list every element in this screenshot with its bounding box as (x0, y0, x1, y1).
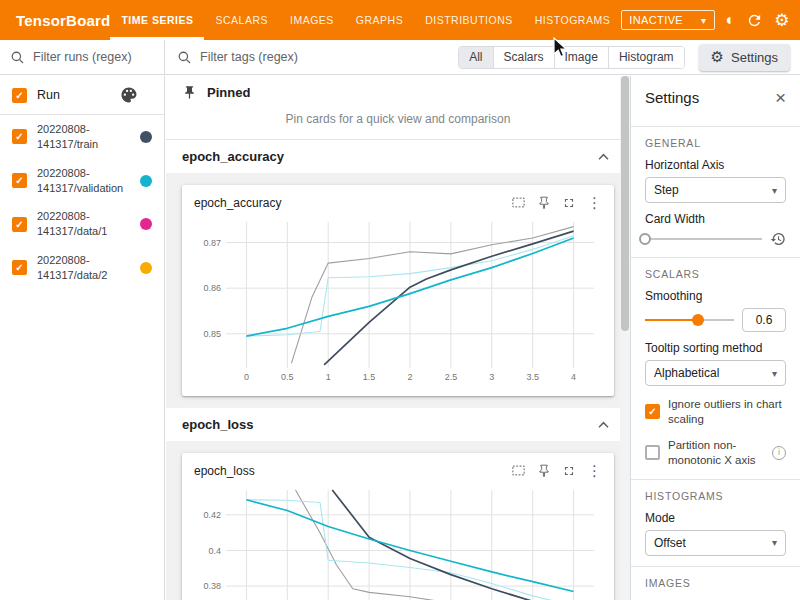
svg-text:2: 2 (407, 372, 412, 382)
svg-text:1.5: 1.5 (363, 372, 376, 382)
gear-icon[interactable]: ⚙ (774, 12, 789, 29)
svg-text:0.38: 0.38 (203, 581, 221, 591)
run-list-header: Run (0, 76, 164, 114)
settings-panel-header: Settings × (645, 76, 786, 116)
run-checkbox[interactable] (12, 260, 27, 275)
pin-icon (182, 85, 197, 100)
pin-icon[interactable] (537, 464, 551, 478)
chevron-up-icon[interactable] (597, 152, 614, 161)
general-heading: GENERAL (645, 137, 786, 149)
horizontal-axis-value: Step (654, 183, 679, 197)
smoothing-value-input[interactable] (742, 308, 786, 332)
svg-text:0.87: 0.87 (203, 238, 221, 248)
histogram-mode-select[interactable]: Offset ▾ (645, 530, 786, 556)
scalar-card-epoch-loss: epoch_loss ⋮ 0.360.380.40.42 (182, 453, 614, 600)
card-header: epoch_accuracy ⋮ (192, 193, 604, 216)
svg-text:3.5: 3.5 (526, 372, 539, 382)
filter-scalars-button[interactable]: Scalars (493, 47, 554, 68)
smoothing-label: Smoothing (645, 289, 786, 303)
divider (631, 126, 800, 127)
filter-runs-placeholder: Filter runs (regex) (33, 50, 132, 64)
pin-icon[interactable] (537, 196, 551, 210)
card-zone: epoch_accuracy ⋮ 00.511.522.533.540.850.… (166, 173, 630, 408)
select-all-runs-checkbox[interactable] (12, 88, 27, 103)
info-icon[interactable]: i (772, 446, 786, 460)
filter-histogram-button[interactable]: Histogram (608, 47, 684, 68)
fullscreen-icon[interactable] (562, 464, 576, 478)
ignore-outliers-checkbox[interactable] (645, 404, 660, 419)
tab-graphs[interactable]: GRAPHS (345, 0, 414, 40)
card-width-label: Card Width (645, 212, 786, 226)
card-title: epoch_loss (194, 464, 255, 478)
caret-down-icon: ▾ (701, 15, 706, 26)
refresh-icon[interactable] (746, 12, 763, 29)
epoch-loss-chart[interactable]: 0.360.380.40.42 (192, 484, 604, 600)
run-color-dot (140, 262, 152, 274)
status-dropdown[interactable]: INACTIVE ▾ (621, 10, 714, 30)
svg-text:0.86: 0.86 (203, 283, 221, 293)
run-checkbox[interactable] (12, 173, 27, 188)
pinned-section-header: Pinned (166, 76, 630, 106)
fit-data-icon[interactable] (511, 464, 526, 477)
run-label: 20220808-141317/data/1 (37, 209, 127, 239)
horizontal-axis-label: Horizontal Axis (645, 158, 786, 172)
svg-text:0: 0 (244, 372, 249, 382)
run-checkbox[interactable] (12, 217, 27, 232)
search-icon (10, 50, 25, 65)
slider-thumb[interactable] (639, 233, 651, 245)
status-value: INACTIVE (629, 14, 683, 26)
mouse-cursor (552, 37, 570, 61)
filter-runs-input[interactable]: Filter runs (regex) (0, 40, 165, 74)
divider (631, 257, 800, 258)
tab-images[interactable]: IMAGES (279, 0, 345, 40)
ignore-outliers-label: Ignore outliers in chart scaling (668, 397, 786, 427)
more-vert-icon[interactable]: ⋮ (587, 195, 602, 210)
toolbar: Filter runs (regex) Filter tags (regex) … (0, 40, 800, 75)
theme-toggle-icon[interactable]: ◐ (726, 12, 736, 28)
smoothing-slider[interactable] (645, 313, 734, 327)
caret-down-icon: ▾ (772, 368, 777, 379)
reset-icon[interactable] (770, 231, 786, 247)
tab-time-series[interactable]: TIME SERIES (110, 0, 204, 40)
settings-button[interactable]: ⚙ Settings (699, 44, 790, 71)
run-row-validation[interactable]: 20220808-141317/validation (0, 159, 164, 203)
card-width-slider[interactable] (645, 232, 762, 246)
cards-area: Pinned Pin cards for a quick view and co… (166, 76, 630, 600)
card-zone: epoch_loss ⋮ 0.360.380.40.42 (166, 441, 630, 600)
histogram-mode-label: Mode (645, 511, 786, 525)
chevron-up-icon[interactable] (597, 420, 614, 429)
svg-text:3: 3 (489, 372, 494, 382)
horizontal-axis-select[interactable]: Step ▾ (645, 177, 786, 203)
scalars-heading: SCALARS (645, 268, 786, 280)
close-icon[interactable]: × (775, 88, 786, 107)
settings-button-label: Settings (731, 50, 778, 65)
tooltip-sorting-value: Alphabetical (654, 366, 719, 380)
section-title: epoch_loss (182, 417, 254, 432)
card-title: epoch_accuracy (194, 196, 281, 210)
partition-x-axis-checkbox[interactable] (645, 445, 660, 460)
tooltip-sorting-select[interactable]: Alphabetical ▾ (645, 360, 786, 386)
card-header: epoch_loss ⋮ (192, 461, 604, 484)
svg-text:2.5: 2.5 (445, 372, 458, 382)
tab-scalars[interactable]: SCALARS (204, 0, 279, 40)
caret-down-icon: ▾ (772, 185, 777, 196)
slider-thumb[interactable] (692, 314, 704, 326)
card-actions: ⋮ (511, 463, 602, 478)
run-row-data-1[interactable]: 20220808-141317/data/1 (0, 202, 164, 246)
run-row-data-2[interactable]: 20220808-141317/data/2 (0, 246, 164, 290)
images-heading: IMAGES (645, 577, 786, 589)
fit-data-icon[interactable] (511, 196, 526, 209)
svg-text:0.85: 0.85 (203, 329, 221, 339)
tab-distributions[interactable]: DISTRIBUTIONS (414, 0, 524, 40)
fullscreen-icon[interactable] (562, 196, 576, 210)
tab-histograms[interactable]: HISTOGRAMS (524, 0, 621, 40)
run-checkbox[interactable] (12, 129, 27, 144)
run-row-train[interactable]: 20220808-141317/train (0, 115, 164, 159)
run-color-dot (140, 175, 152, 187)
filter-tags-input[interactable]: Filter tags (regex) (165, 40, 458, 74)
more-vert-icon[interactable]: ⋮ (587, 463, 602, 478)
palette-icon[interactable] (120, 86, 138, 104)
epoch-accuracy-chart[interactable]: 00.511.522.533.540.850.860.87 (192, 216, 604, 384)
scrollbar-thumb[interactable] (621, 76, 629, 331)
filter-all-button[interactable]: All (459, 47, 492, 68)
